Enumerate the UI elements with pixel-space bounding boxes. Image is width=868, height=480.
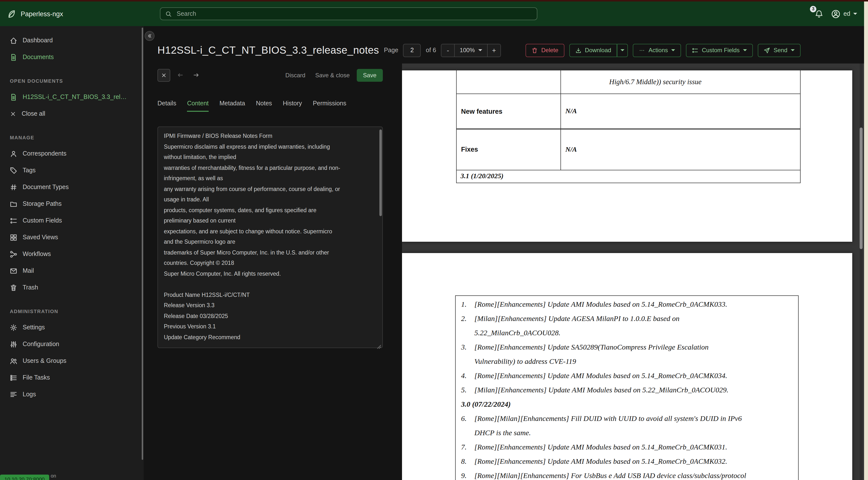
table-row: Fixes N/A xyxy=(456,128,801,170)
next-document-button[interactable] xyxy=(190,69,202,81)
tab-details[interactable]: Details xyxy=(157,100,176,112)
status-link: 10.10.20.70:8000 xyxy=(0,475,49,480)
administration-header: ADMINISTRATION xyxy=(10,309,134,314)
sidebar-scrollbar[interactable] xyxy=(142,28,143,460)
tab-content[interactable]: Content xyxy=(187,100,209,112)
sidebar-item-users-groups[interactable]: Users & Groups xyxy=(0,353,144,369)
list-item-text: [Rome][Enhancements] Update SA50289(Tian… xyxy=(474,340,709,369)
status-note: on xyxy=(51,473,56,479)
close-icon xyxy=(161,72,167,78)
sidebar-item-close-all[interactable]: Close all xyxy=(0,106,144,122)
content-textarea[interactable]: IPMI Firmware / BIOS Release Notes Form … xyxy=(157,126,383,348)
sidebar-item-storage-paths[interactable]: Storage Paths xyxy=(0,196,144,212)
zoom-out-button[interactable]: - xyxy=(442,44,455,56)
tab-metadata[interactable]: Metadata xyxy=(219,100,245,112)
sidebar-item-saved-views[interactable]: Saved Views xyxy=(0,229,144,246)
sidebar-item-label: Tags xyxy=(23,167,36,174)
sidebar-item-label: Workflows xyxy=(23,250,51,258)
page-number-input[interactable] xyxy=(403,43,421,57)
notifications-button[interactable]: 3 xyxy=(815,9,823,18)
sidebar-item-label: Document Types xyxy=(23,184,69,190)
sidebar-item-label: Documents xyxy=(23,54,54,61)
textarea-scrollbar[interactable] xyxy=(379,129,382,216)
sidebar-item-file-tasks[interactable]: File Tasks xyxy=(0,369,144,386)
sidebar-item-dashboard[interactable]: Dashboard xyxy=(0,32,144,49)
list-item-number: 9. xyxy=(461,469,474,480)
document-header: H12SSL-i_C_CT_NT_BIOS_3.3_release_notes … xyxy=(157,40,857,61)
table-row-partial: High/6.7 Middle)) security issue xyxy=(456,70,801,94)
delete-button[interactable]: Delete xyxy=(526,43,564,57)
sidebar-item-documents[interactable]: Documents xyxy=(0,49,144,65)
hash-icon xyxy=(10,183,17,191)
sidebar-item-settings[interactable]: Settings xyxy=(0,319,144,336)
zoom-in-button[interactable]: + xyxy=(488,44,500,56)
sidebar-item-label: Dashboard xyxy=(23,37,53,44)
list-item: 9. [Rome][Milan][Enhancements] For UsbBu… xyxy=(461,469,794,480)
gear-icon xyxy=(10,324,17,331)
envelope-icon xyxy=(10,267,17,274)
table-cell-label: Fixes xyxy=(457,129,561,170)
user-menu[interactable]: ed xyxy=(831,9,857,19)
file-text-icon xyxy=(10,53,17,61)
table-cell-value: N/A xyxy=(561,129,800,170)
person-circle-icon xyxy=(831,9,840,19)
pdf-viewer[interactable]: High/6.7 Middle)) security issue New fea… xyxy=(402,63,864,480)
three-dots-icon xyxy=(639,47,645,53)
tab-permissions[interactable]: Permissions xyxy=(313,100,346,112)
viewer-scrollbar[interactable] xyxy=(860,127,863,249)
list-item: 1. [Rome][Enhancements] Update AMI Modul… xyxy=(461,297,794,312)
sidebar-item-workflows[interactable]: Workflows xyxy=(0,246,144,262)
tab-notes[interactable]: Notes xyxy=(256,100,272,112)
zoom-level-select[interactable]: 100% xyxy=(455,44,488,56)
sidebar-item-configuration[interactable]: Configuration xyxy=(0,336,144,353)
send-button[interactable]: Send xyxy=(758,43,801,57)
sidebar-item-open-document[interactable]: H12SSL-i_C_CT_NT_BIOS_3.3_release_notes xyxy=(0,89,144,106)
download-options-button[interactable] xyxy=(617,43,628,57)
sidebar-item-trash[interactable]: Trash xyxy=(0,279,144,296)
sidebar-collapse-button[interactable] xyxy=(145,31,155,41)
save-button[interactable]: Save xyxy=(356,69,383,82)
discard-button[interactable]: Discard xyxy=(282,72,308,79)
release-notes-list: 1. [Rome][Enhancements] Update AMI Modul… xyxy=(455,295,799,480)
delete-label: Delete xyxy=(541,47,558,54)
actions-button[interactable]: Actions xyxy=(633,43,681,57)
app-logo[interactable]: Paperless-ngx xyxy=(7,9,63,19)
sidebar-item-correspondents[interactable]: Correspondents xyxy=(0,145,144,162)
house-icon xyxy=(10,37,17,44)
page-label: Page xyxy=(384,47,398,54)
list-item-text: [Rome][Milan][Enhancements] For UsbBus e… xyxy=(474,469,746,480)
previous-document-button[interactable] xyxy=(174,69,186,81)
list-item-text: [Rome][Enhancements] Update AMI Modules … xyxy=(474,369,727,383)
custom-fields-button[interactable]: Custom Fields xyxy=(686,43,753,57)
save-and-close-button[interactable]: Save & close xyxy=(312,72,352,79)
textarea-resize-handle[interactable] xyxy=(377,342,381,351)
sidebar-item-mail[interactable]: Mail xyxy=(0,262,144,279)
list-item-number: 3. xyxy=(461,340,474,369)
sidebar-item-label: Correspondents xyxy=(23,150,66,157)
download-button[interactable]: Download xyxy=(569,43,617,57)
page-count: of 6 xyxy=(426,47,436,54)
sidebar-item-label: Mail xyxy=(23,267,34,274)
arrow-right-icon xyxy=(192,71,199,79)
sliders-icon xyxy=(10,340,17,348)
editor-toolbar: Discard Save & close Save xyxy=(157,68,383,82)
global-search[interactable] xyxy=(160,7,537,20)
list-item: 4. [Rome][Enhancements] Update AMI Modul… xyxy=(461,369,794,383)
download-label: Download xyxy=(585,47,611,54)
arrow-left-icon xyxy=(177,71,184,79)
chevron-down-icon xyxy=(743,49,747,51)
viewer-scrollbar-track xyxy=(860,63,863,480)
tab-history[interactable]: History xyxy=(283,100,302,112)
sidebar-item-logs[interactable]: Logs xyxy=(0,386,144,403)
list-item: 2. [Milan][Enhancements] Update AGESA Mi… xyxy=(461,312,794,340)
close-document-button[interactable] xyxy=(157,69,170,82)
search-input[interactable] xyxy=(176,10,532,18)
zoom-controls: - 100% + xyxy=(441,43,501,57)
sidebar-item-custom-fields[interactable]: Custom Fields xyxy=(0,212,144,229)
sidebar-item-label: Custom Fields xyxy=(23,217,62,224)
send-label: Send xyxy=(774,47,787,54)
sidebar-item-document-types[interactable]: Document Types xyxy=(0,179,144,196)
pdf-table: High/6.7 Middle)) security issue New fea… xyxy=(456,70,801,183)
sidebar-item-tags[interactable]: Tags xyxy=(0,162,144,179)
manage-header: MANAGE xyxy=(10,135,134,140)
